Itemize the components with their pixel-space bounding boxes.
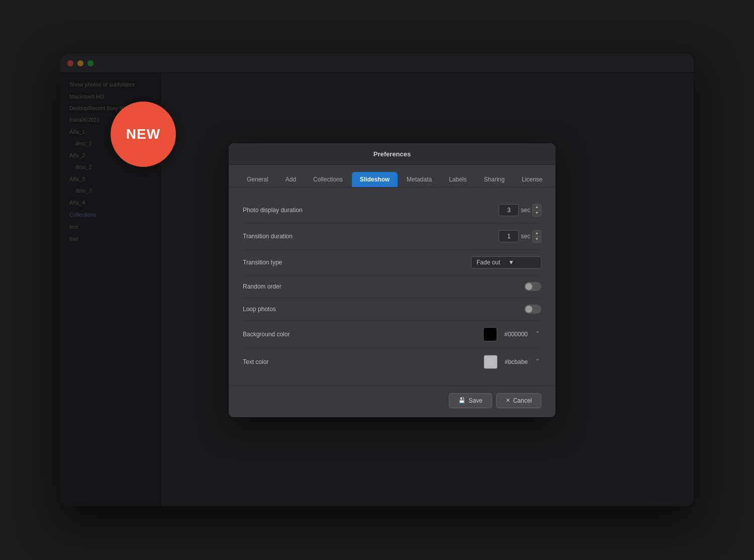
tab-slideshow[interactable]: Slideshow [352,172,398,187]
modal-footer: 💾 Save ✕ Cancel [229,386,555,417]
random-order-row: Random order [243,275,541,298]
text-color-hex: #bcbabe [505,358,528,365]
tab-sharing[interactable]: Sharing [476,172,513,187]
new-badge-text: NEW [126,126,160,142]
photo-display-duration-control: sec ▲ ▼ [499,204,541,217]
transition-sec-label: sec [521,233,530,240]
tab-collections[interactable]: Collections [305,172,351,187]
tabs-row: General Add Collections Slideshow Metada… [239,172,545,187]
screen-container: Show photos of subfolders Macintosh HD D… [60,54,694,506]
background-color-swatch[interactable] [483,327,497,341]
text-color-control: #bcbabe ˅ [484,355,541,369]
random-order-toggle[interactable] [524,282,541,291]
modal-titlebar: Preferences [229,143,555,165]
photo-display-duration-label: Photo display duration [243,207,499,214]
tab-add[interactable]: Add [277,172,304,187]
background-color-control: #000000 ˅ [483,327,541,341]
random-order-thumb [525,283,532,290]
transition-duration-stepper-up[interactable]: ▲ [533,231,541,236]
photo-display-duration-row: Photo display duration sec ▲ ▼ [243,198,541,224]
photo-display-stepper-up[interactable]: ▲ [533,205,541,210]
cancel-icon: ✕ [506,397,510,404]
save-button[interactable]: 💾 Save [449,393,492,408]
photo-display-stepper[interactable]: ▲ ▼ [532,204,541,217]
photo-display-duration-input[interactable] [499,204,519,216]
cancel-button[interactable]: ✕ Cancel [496,393,541,408]
background-color-dropdown-btn[interactable]: ˅ [534,330,541,338]
loop-photos-toggle-track[interactable] [524,305,541,314]
tab-license[interactable]: License [514,172,550,187]
transition-type-value: Fade out [477,259,504,266]
photo-display-duration-input-group: sec ▲ ▼ [499,204,541,217]
modal-body: Photo display duration sec ▲ ▼ [229,188,555,386]
transition-type-control: Fade out ▼ [471,256,541,268]
transition-duration-row: Transition duration sec ▲ ▼ [243,224,541,250]
new-badge: NEW [111,102,176,167]
background-color-row: Background color #000000 ˅ [243,321,541,348]
loop-photos-control [524,305,541,314]
random-order-label: Random order [243,283,524,290]
tab-general[interactable]: General [239,172,276,187]
tab-labels[interactable]: Labels [441,172,475,187]
transition-type-dropdown[interactable]: Fade out ▼ [471,256,541,268]
transition-duration-input-group: sec ▲ ▼ [499,230,541,243]
loop-photos-row: Loop photos [243,298,541,321]
tab-metadata[interactable]: Metadata [399,172,440,187]
transition-duration-label: Transition duration [243,233,499,240]
save-label: Save [468,397,482,404]
transition-duration-input[interactable] [499,230,519,242]
transition-type-row: Transition type Fade out ▼ [243,250,541,275]
modal-title: Preferences [373,150,411,158]
transition-type-arrow-icon: ▼ [508,259,536,266]
text-color-dropdown-btn[interactable]: ˅ [534,358,541,366]
cancel-label: Cancel [513,397,532,404]
transition-duration-control: sec ▲ ▼ [499,230,541,243]
background-color-hex: #000000 [504,331,528,338]
transition-duration-stepper-down[interactable]: ▼ [533,237,541,242]
preferences-modal: Preferences General Add Collections Slid… [229,143,555,417]
loop-photos-label: Loop photos [243,306,524,313]
save-icon: 💾 [458,397,465,404]
random-order-control [524,282,541,291]
text-color-swatch[interactable] [484,355,498,369]
loop-photos-thumb [525,306,532,313]
photo-display-sec-label: sec [521,207,530,214]
tabs-container: General Add Collections Slideshow Metada… [229,165,555,188]
transition-duration-stepper[interactable]: ▲ ▼ [532,230,541,243]
text-color-row: Text color #bcbabe ˅ [243,348,541,376]
transition-type-label: Transition type [243,259,471,266]
background-color-label: Background color [243,331,483,338]
random-order-toggle-track[interactable] [524,282,541,291]
photo-display-stepper-down[interactable]: ▼ [533,211,541,216]
text-color-label: Text color [243,358,484,365]
loop-photos-toggle[interactable] [524,305,541,314]
